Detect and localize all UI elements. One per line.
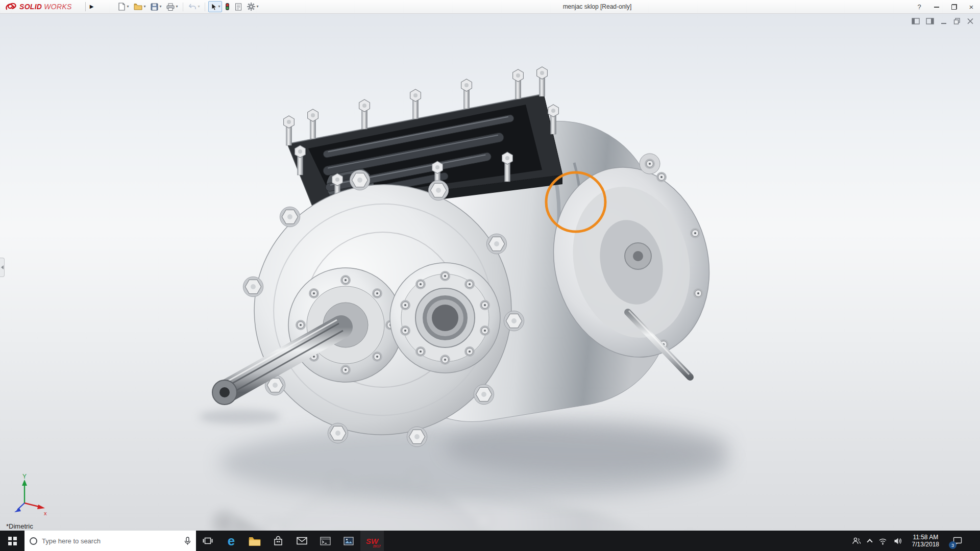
file-properties-icon bbox=[235, 3, 242, 11]
new-document-icon bbox=[118, 3, 126, 11]
pane-left-icon[interactable] bbox=[912, 18, 920, 24]
task-view-button[interactable] bbox=[196, 531, 219, 551]
featuremanager-flyout-arrow[interactable]: ▶ bbox=[85, 2, 98, 11]
solidworks-logo: SOLIDWORKS bbox=[0, 3, 72, 11]
close-button[interactable]: × bbox=[963, 0, 980, 14]
undo-icon bbox=[188, 3, 197, 10]
open-button[interactable]: ▾ bbox=[132, 1, 148, 12]
new-document-button[interactable]: ▾ bbox=[116, 1, 131, 12]
minimize-document-icon[interactable] bbox=[940, 18, 947, 24]
dropdown-caret[interactable]: ▾ bbox=[218, 5, 220, 9]
chevron-left-icon bbox=[1, 265, 4, 269]
toolbar-separator bbox=[183, 3, 183, 11]
x-axis-label: x bbox=[44, 510, 47, 516]
gearbox-assembly-model[interactable] bbox=[212, 67, 729, 452]
photos-icon bbox=[344, 537, 354, 545]
file-properties-button[interactable] bbox=[233, 1, 244, 12]
logo-text-works: WORKS bbox=[44, 3, 71, 11]
taskbar-app-photos[interactable] bbox=[337, 531, 360, 551]
taskbar-app-store[interactable] bbox=[266, 531, 290, 551]
titlebar: SOLIDWORKS ▶ ▾ ▾ ▾ ▾ ▾ bbox=[0, 0, 980, 14]
taskbar-search[interactable] bbox=[24, 531, 196, 551]
restore-button[interactable] bbox=[945, 0, 963, 14]
graphics-viewport[interactable]: Y x *Dimetric bbox=[0, 14, 980, 531]
dropdown-caret[interactable]: ▾ bbox=[143, 5, 145, 9]
taskbar-app-solidworks[interactable]: SW 2017 bbox=[360, 531, 384, 551]
print-button[interactable]: ▾ bbox=[164, 1, 180, 12]
help-button[interactable]: ? bbox=[911, 0, 928, 14]
gear-icon bbox=[247, 3, 255, 11]
close-icon: × bbox=[969, 3, 974, 11]
taskbar-clock[interactable]: 11:58 AM 7/13/2018 bbox=[909, 534, 942, 548]
wifi-icon[interactable] bbox=[878, 537, 887, 545]
rebuild-trafficlight-icon bbox=[225, 3, 230, 11]
minimize-icon bbox=[934, 7, 939, 8]
document-title: menjac sklop [Read-only] bbox=[306, 0, 888, 14]
save-floppy-icon bbox=[151, 3, 158, 11]
hidden-icons-chevron[interactable] bbox=[867, 539, 872, 544]
view-orientation-label: *Dimetric bbox=[6, 522, 33, 530]
taskbar-app-mail[interactable] bbox=[290, 531, 313, 551]
clock-date: 7/13/2018 bbox=[912, 541, 939, 548]
window-controls: ? × bbox=[911, 0, 980, 14]
collapsed-panel-tab[interactable] bbox=[0, 258, 5, 277]
mail-envelope-icon bbox=[297, 537, 307, 545]
standard-toolbar: ▾ ▾ ▾ ▾ ▾ ▾ bbox=[116, 1, 260, 12]
dropdown-caret[interactable]: ▾ bbox=[176, 5, 178, 9]
dropdown-caret[interactable]: ▾ bbox=[159, 5, 161, 9]
restore-icon bbox=[951, 4, 957, 10]
taskbar-app-file-explorer[interactable] bbox=[243, 531, 266, 551]
screen: SOLIDWORKS ▶ ▾ ▾ ▾ ▾ ▾ bbox=[0, 0, 980, 551]
taskbar-app-terminal[interactable] bbox=[313, 531, 337, 551]
print-icon bbox=[166, 3, 175, 11]
action-center-button[interactable]: 3 bbox=[949, 531, 966, 551]
close-document-icon[interactable] bbox=[967, 18, 974, 24]
y-axis-arrow bbox=[22, 480, 27, 486]
search-input[interactable] bbox=[42, 537, 180, 545]
restore-document-icon[interactable] bbox=[953, 18, 961, 24]
orientation-triad: Y x bbox=[7, 473, 53, 520]
solidworks-taskbar-icon: SW bbox=[366, 537, 378, 545]
clock-time: 11:58 AM bbox=[913, 534, 938, 541]
select-cursor-icon bbox=[210, 3, 217, 11]
solidworks-logo-mark bbox=[5, 3, 17, 11]
toolbar-separator bbox=[205, 3, 205, 11]
dropdown-caret[interactable]: ▾ bbox=[127, 5, 129, 9]
select-tool-button[interactable]: ▾ bbox=[208, 1, 222, 12]
edge-icon: e bbox=[228, 534, 235, 547]
cortana-circle-icon bbox=[30, 537, 37, 545]
rebuild-button[interactable] bbox=[223, 1, 232, 12]
taskbar-app-edge[interactable]: e bbox=[219, 531, 243, 551]
solidworks-year-label: 2017 bbox=[373, 544, 381, 548]
volume-icon[interactable] bbox=[894, 537, 902, 545]
undo-button[interactable]: ▾ bbox=[186, 1, 202, 12]
logo-text-solid: SOLID bbox=[19, 3, 42, 11]
people-icon[interactable] bbox=[852, 537, 861, 545]
options-button[interactable]: ▾ bbox=[245, 1, 260, 12]
dropdown-caret[interactable]: ▾ bbox=[198, 5, 200, 9]
system-tray: 11:58 AM 7/13/2018 3 bbox=[848, 531, 980, 551]
microphone-icon[interactable] bbox=[184, 537, 191, 545]
file-explorer-icon bbox=[249, 536, 261, 546]
ground-shadow bbox=[444, 419, 730, 475]
store-bag-icon bbox=[273, 536, 283, 546]
shaft-shadow bbox=[199, 410, 281, 424]
windows-logo-icon bbox=[8, 537, 17, 545]
document-window-controls bbox=[912, 18, 974, 24]
notification-badge: 3 bbox=[949, 541, 957, 549]
task-view-icon bbox=[203, 536, 213, 545]
start-button[interactable] bbox=[0, 531, 24, 551]
terminal-icon bbox=[320, 537, 331, 545]
minimize-button[interactable] bbox=[928, 0, 945, 14]
save-button[interactable]: ▾ bbox=[149, 1, 163, 12]
y-axis-label: Y bbox=[22, 473, 27, 480]
windows-taskbar: e SW 2017 11:58 AM 7/13/ bbox=[0, 531, 980, 551]
3d-model-canvas[interactable] bbox=[0, 14, 980, 531]
open-folder-icon bbox=[134, 3, 142, 10]
dropdown-caret[interactable]: ▾ bbox=[256, 5, 258, 9]
x-axis-arrow bbox=[37, 505, 45, 509]
pane-right-icon[interactable] bbox=[926, 18, 934, 24]
